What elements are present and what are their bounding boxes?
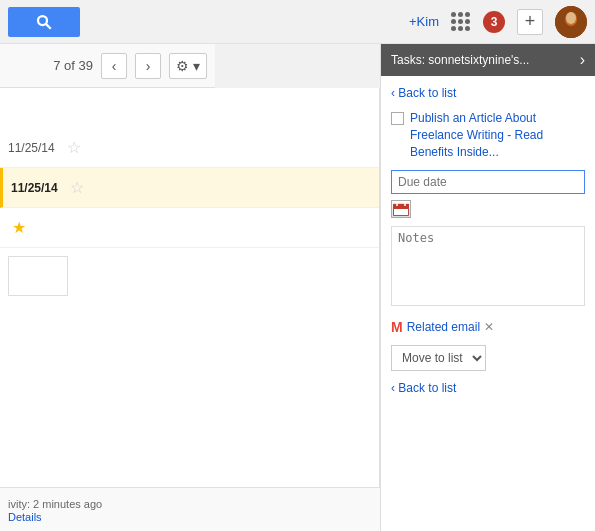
grid-dot <box>465 19 470 24</box>
related-email-link[interactable]: Related email <box>407 320 480 334</box>
related-email-row: M Related email ✕ <box>391 319 585 335</box>
calendar-icon[interactable] <box>391 200 411 218</box>
add-account-button[interactable]: + <box>517 9 543 35</box>
details-link[interactable]: Details <box>8 511 102 523</box>
star-icon[interactable]: ☆ <box>67 138 81 157</box>
tasks-body: ‹ Back to list Publish an Article About … <box>381 76 595 531</box>
email-thumbnail <box>8 256 68 296</box>
svg-line-1 <box>46 23 51 28</box>
plus-kim-link[interactable]: +Kim <box>409 14 439 29</box>
svg-point-0 <box>38 16 47 25</box>
grid-dot <box>465 12 470 17</box>
email-date: 11/25/14 <box>8 141 63 155</box>
activity-bar: ivity: 2 minutes ago Details <box>0 487 380 531</box>
prev-page-button[interactable]: ‹ <box>101 53 127 79</box>
svg-rect-7 <box>393 204 409 208</box>
svg-point-5 <box>566 12 576 24</box>
apps-icon[interactable] <box>451 12 471 32</box>
notes-input[interactable] <box>391 226 585 306</box>
close-related-email-button[interactable]: ✕ <box>484 320 494 334</box>
grid-dot <box>458 26 463 31</box>
grid-dot <box>451 19 456 24</box>
tasks-expand-icon[interactable]: › <box>580 51 585 69</box>
grid-dot <box>465 26 470 31</box>
search-icon <box>35 13 53 31</box>
back-to-list-top-link[interactable]: ‹ Back to list <box>391 86 585 100</box>
grid-dot <box>458 19 463 24</box>
due-date-input[interactable] <box>391 170 585 194</box>
next-page-button[interactable]: › <box>135 53 161 79</box>
email-date: 11/25/14 <box>11 181 66 195</box>
header-right: +Kim 3 + <box>409 6 587 38</box>
calendar-svg <box>393 202 409 216</box>
email-item[interactable]: 11/25/14 ☆ <box>0 128 379 168</box>
grid-dot <box>458 12 463 17</box>
tasks-title: Tasks: sonnetsixtynine's... <box>391 53 580 67</box>
settings-button[interactable]: ⚙ ▾ <box>169 53 207 79</box>
avatar[interactable] <box>555 6 587 38</box>
grid-dot <box>451 12 456 17</box>
star-icon[interactable]: ☆ <box>70 178 84 197</box>
gmail-icon: M <box>391 319 403 335</box>
page-info: 7 of 39 <box>53 58 93 73</box>
move-to-list-select[interactable]: Move to list My Tasks <box>391 345 486 371</box>
tasks-header: Tasks: sonnetsixtynine's... › <box>381 44 595 76</box>
notification-badge[interactable]: 3 <box>483 11 505 33</box>
activity-info: ivity: 2 minutes ago Details <box>8 496 102 523</box>
task-checkbox[interactable] <box>391 112 404 125</box>
pagination-bar: 7 of 39 ‹ › ⚙ ▾ <box>0 44 215 88</box>
email-item[interactable]: 11/25/14 ☆ <box>0 168 379 208</box>
tasks-panel: Tasks: sonnetsixtynine's... › ‹ Back to … <box>380 44 595 531</box>
activity-text: ivity: 2 minutes ago <box>8 498 102 510</box>
avatar-svg <box>555 6 587 38</box>
star-icon[interactable]: ★ <box>12 218 26 237</box>
svg-rect-10 <box>394 209 408 215</box>
move-to-list-row: Move to list My Tasks <box>391 345 585 371</box>
back-to-list-bottom-link[interactable]: ‹ Back to list <box>391 381 585 395</box>
avatar-image <box>555 6 587 38</box>
gear-icon: ⚙ <box>176 58 189 74</box>
email-item[interactable]: ★ <box>0 208 379 248</box>
settings-chevron-icon: ▾ <box>193 58 200 74</box>
grid-dot <box>451 26 456 31</box>
main-content: 11/25/14 ☆ 11/25/14 ☆ ★ <box>0 88 380 487</box>
task-title[interactable]: Publish an Article About Freelance Writi… <box>410 110 585 160</box>
search-button[interactable] <box>8 7 80 37</box>
task-item: Publish an Article About Freelance Writi… <box>391 110 585 160</box>
header: +Kim 3 + <box>0 0 595 44</box>
